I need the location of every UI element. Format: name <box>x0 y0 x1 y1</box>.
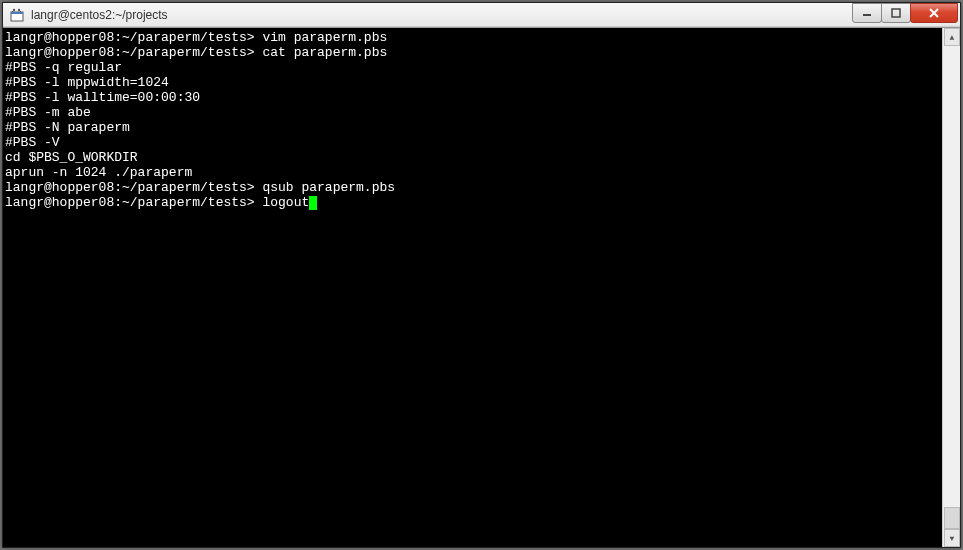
close-icon <box>928 7 940 19</box>
terminal-cursor <box>309 196 317 210</box>
scroll-down-button[interactable]: ▼ <box>944 529 960 547</box>
terminal-command-line: langr@hopper08:~/paraperm/tests> cat par… <box>5 45 942 60</box>
terminal-output-line: #PBS -q regular <box>5 60 942 75</box>
terminal-window: langr@centos2:~/projects langr@hopper08:… <box>2 2 961 548</box>
terminal-command-line: langr@hopper08:~/paraperm/tests> qsub pa… <box>5 180 942 195</box>
minimize-button[interactable] <box>852 3 882 23</box>
svg-rect-5 <box>892 9 900 17</box>
terminal-output-line: cd $PBS_O_WORKDIR <box>5 150 942 165</box>
terminal-body: langr@hopper08:~/paraperm/tests> vim par… <box>3 27 960 547</box>
svg-rect-4 <box>863 14 871 16</box>
window-title: langr@centos2:~/projects <box>31 8 853 22</box>
terminal-output-line: #PBS -N paraperm <box>5 120 942 135</box>
terminal-output-line: #PBS -V <box>5 135 942 150</box>
app-icon <box>9 7 25 23</box>
window-controls <box>853 3 958 23</box>
terminal-output-line: #PBS -m abe <box>5 105 942 120</box>
close-button[interactable] <box>910 3 958 23</box>
terminal-output-line: aprun -n 1024 ./paraperm <box>5 165 942 180</box>
maximize-icon <box>891 8 901 18</box>
terminal-command-line: langr@hopper08:~/paraperm/tests> vim par… <box>5 30 942 45</box>
terminal-command-line: langr@hopper08:~/paraperm/tests> logout <box>5 195 942 210</box>
terminal-output[interactable]: langr@hopper08:~/paraperm/tests> vim par… <box>3 28 942 547</box>
titlebar[interactable]: langr@centos2:~/projects <box>3 3 960 27</box>
svg-rect-1 <box>11 12 23 14</box>
minimize-icon <box>862 8 872 18</box>
scroll-thumb[interactable] <box>944 507 960 529</box>
terminal-output-line: #PBS -l mppwidth=1024 <box>5 75 942 90</box>
scroll-up-button[interactable]: ▲ <box>944 28 960 46</box>
maximize-button[interactable] <box>881 3 911 23</box>
vertical-scrollbar[interactable]: ▲ ▼ <box>942 28 960 547</box>
terminal-output-line: #PBS -l walltime=00:00:30 <box>5 90 942 105</box>
